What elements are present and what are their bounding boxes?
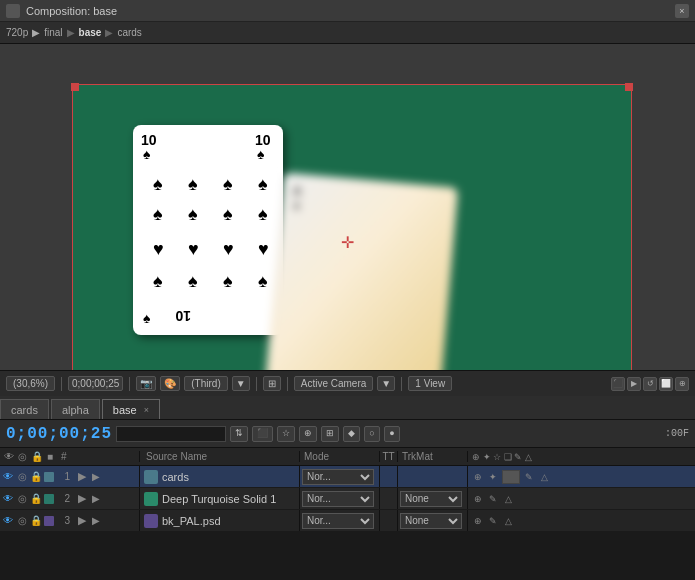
layer1-switch[interactable] [502, 470, 520, 484]
layer3-trkmat-select[interactable]: None [400, 513, 462, 529]
corner-tl [71, 83, 79, 91]
layer1-prop1[interactable]: ⊕ [472, 471, 484, 483]
tab-base-close[interactable]: × [144, 405, 149, 415]
tl-icon6[interactable]: ◆ [343, 426, 360, 442]
crosshair: ✛ [341, 233, 354, 252]
layer2-name-cell: Deep Turquoise Solid 1 [140, 488, 300, 509]
camera-icon-btn[interactable]: 📷 [136, 376, 156, 391]
grid-btn[interactable]: ⊞ [263, 376, 281, 391]
layer1-num: 1 [56, 471, 74, 482]
svg-text:♥: ♥ [153, 239, 164, 259]
layer2-effect[interactable]: △ [502, 493, 514, 505]
layer1-mode-select[interactable]: Nor... [302, 469, 374, 485]
breadcrumb-comp2[interactable]: base [79, 27, 102, 38]
layer3-prop1[interactable]: ⊕ [472, 515, 484, 527]
layer2-lock[interactable]: 🔒 [30, 493, 42, 505]
sep2 [129, 377, 130, 391]
fast-preview-icon[interactable]: ▶ [627, 377, 641, 391]
zoom-button[interactable]: (30,6%) [6, 376, 55, 391]
layer1-effect[interactable]: △ [538, 471, 550, 483]
layer2-mode-select[interactable]: Nor... [302, 491, 374, 507]
tl-icon8[interactable]: ● [384, 426, 400, 442]
layer1-label[interactable] [44, 472, 54, 482]
layer3-eye[interactable]: 👁 [2, 515, 14, 527]
alpha-icon[interactable]: ⬜ [659, 377, 673, 391]
layer2-trkmat: None [398, 488, 468, 509]
timecode-btn[interactable]: 0;00;00;25 [68, 376, 123, 391]
layer3-props: ⊕ ✎ △ [468, 515, 695, 527]
color-btn[interactable]: 🎨 [160, 376, 180, 391]
layer3-lock[interactable]: 🔒 [30, 515, 42, 527]
svg-text:♠: ♠ [153, 174, 163, 194]
breadcrumb-triangle: ▶ [32, 27, 40, 38]
thirds-dropdown[interactable]: ▼ [232, 376, 250, 391]
tab-alpha[interactable]: alpha [51, 399, 100, 419]
layer2-controls: 👁 ◎ 🔒 2 ▶ ▶ [0, 488, 140, 509]
svg-text:♥: ♥ [188, 239, 199, 259]
tl-icon3[interactable]: ☆ [277, 426, 295, 442]
layer1-solo[interactable]: ◎ [16, 471, 28, 483]
layer2-edit[interactable]: ✎ [487, 493, 499, 505]
layer1-controls: 👁 ◎ 🔒 1 ▶ ▶ [0, 466, 140, 487]
layer2-name[interactable]: Deep Turquoise Solid 1 [162, 493, 276, 505]
tl-icon5[interactable]: ⊞ [321, 426, 339, 442]
svg-text:♠: ♠ [258, 271, 268, 291]
snap-icon[interactable]: ⊕ [675, 377, 689, 391]
layer2-num: 2 [56, 493, 74, 504]
layer1-t [380, 466, 398, 487]
svg-text:♠: ♠ [223, 271, 233, 291]
layer-mode-header: Mode [300, 451, 380, 462]
svg-text:♠: ♠ [257, 146, 265, 162]
layer3-expand2[interactable]: ▶ [90, 515, 102, 527]
layer2-label[interactable] [44, 494, 54, 504]
svg-text:♠: ♠ [143, 146, 151, 162]
breadcrumb-comp1[interactable]: final [44, 27, 62, 38]
layer2-trkmat-select[interactable]: None [400, 491, 462, 507]
viewport-top-margin [72, 44, 632, 84]
view-count-btn[interactable]: 1 View [408, 376, 452, 391]
third-btn[interactable]: (Third) [184, 376, 227, 391]
layer3-effect[interactable]: △ [502, 515, 514, 527]
layer2-expand2[interactable]: ▶ [90, 493, 102, 505]
layer3-label[interactable] [44, 516, 54, 526]
layer3-expand[interactable]: ▶ [76, 515, 88, 527]
layer1-edit[interactable]: ✎ [523, 471, 535, 483]
tl-icon2[interactable]: ⬛ [252, 426, 273, 442]
layer1-eye[interactable]: 👁 [2, 471, 14, 483]
layer3-thumb [144, 514, 158, 528]
layer2-eye[interactable]: 👁 [2, 493, 14, 505]
breadcrumb-comp3[interactable]: cards [117, 27, 141, 38]
layer1-expand2[interactable]: ▶ [90, 471, 102, 483]
layer3-mode: Nor... [300, 510, 380, 531]
tl-icon4[interactable]: ⊕ [299, 426, 317, 442]
active-camera-btn[interactable]: Active Camera [294, 376, 374, 391]
title-bar-close[interactable]: × [675, 4, 689, 18]
breadcrumb-resolution[interactable]: 720p [6, 27, 28, 38]
layer2-prop1[interactable]: ⊕ [472, 493, 484, 505]
refresh-icon[interactable]: ↺ [643, 377, 657, 391]
tl-icon1[interactable]: ⇅ [230, 426, 248, 442]
layer1-expand[interactable]: ▶ [76, 471, 88, 483]
layer2-expand[interactable]: ▶ [76, 493, 88, 505]
layer1-prop2[interactable]: ✦ [487, 471, 499, 483]
corner-tr [625, 83, 633, 91]
layer1-lock[interactable]: 🔒 [30, 471, 42, 483]
layer1-mode: Nor... [300, 466, 380, 487]
search-input[interactable] [116, 426, 226, 442]
layer2-solo[interactable]: ◎ [16, 493, 28, 505]
tab-cards[interactable]: cards [0, 399, 49, 419]
tl-icon7[interactable]: ○ [364, 426, 380, 442]
layer3-solo[interactable]: ◎ [16, 515, 28, 527]
render-icon[interactable]: ⬛ [611, 377, 625, 391]
sep5 [401, 377, 402, 391]
tab-base[interactable]: base × [102, 399, 160, 419]
layer3-mode-select[interactable]: Nor... [302, 513, 374, 529]
camera-dropdown[interactable]: ▼ [377, 376, 395, 391]
layer3-trkmat: None [398, 510, 468, 531]
props-icons: ⊕ ✦ ☆ ❑ ✎ △ [472, 452, 532, 462]
layer3-edit[interactable]: ✎ [487, 515, 499, 527]
sep4 [287, 377, 288, 391]
tab-base-label: base [113, 404, 137, 416]
layer3-name[interactable]: bk_PAL.psd [162, 515, 221, 527]
layer1-name[interactable]: cards [162, 471, 189, 483]
